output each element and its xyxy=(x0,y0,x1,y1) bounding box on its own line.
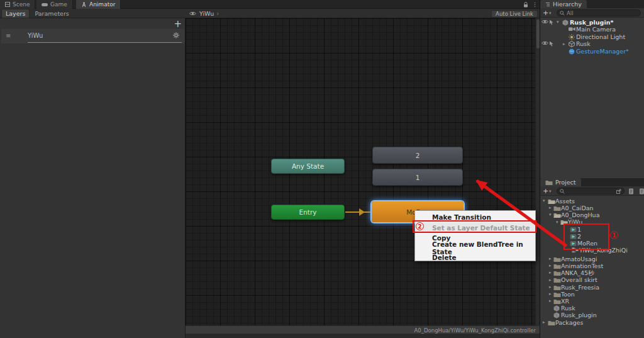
folder-icon xyxy=(553,270,561,276)
light-icon xyxy=(569,34,575,40)
project-item-amatousagi[interactable]: ▸AmatoUsagi xyxy=(540,256,644,262)
add-layer-button[interactable]: + xyxy=(174,20,182,28)
expand-arrow-icon[interactable]: ▸ xyxy=(549,256,552,261)
pick-icon[interactable] xyxy=(548,41,554,47)
project-item-overall-skirt[interactable]: ▸Overall skirt xyxy=(540,277,644,284)
auto-live-link-button[interactable]: Auto Live Link xyxy=(491,10,538,18)
hierarchy-item-gesturemanager-[interactable]: GestureManager* xyxy=(540,48,644,55)
annotation-box-menu-item xyxy=(413,220,536,233)
expand-arrow-icon[interactable]: ▸ xyxy=(543,320,545,325)
folder-open-icon xyxy=(553,212,561,218)
collapse-arrow-icon[interactable]: ▾ xyxy=(543,198,545,203)
expand-arrow-icon[interactable]: ▸ xyxy=(549,291,552,296)
graph-vertical-scrollbar[interactable] xyxy=(535,18,540,325)
hierarchy-item-main-camera[interactable]: Main Camera xyxy=(540,26,644,33)
eye-icon[interactable] xyxy=(189,11,196,16)
expand-arrow-icon[interactable]: ▸ xyxy=(563,42,565,47)
project-item-label: Assets xyxy=(555,198,575,205)
layers-parameters-bar: Layers Parameters xyxy=(0,9,186,18)
annotation-step-2: 2 xyxy=(416,222,424,230)
unity-editor-window: Scene Game Animator ⋮ Layers Parameters … xyxy=(0,0,644,338)
project-item-rusk[interactable]: Rusk xyxy=(540,305,644,312)
project-item-label: A0_DongHua xyxy=(561,211,599,218)
tab-layers[interactable]: Layers xyxy=(1,9,30,18)
visibility-eye-icon[interactable] xyxy=(541,20,548,24)
project-item-label: XR xyxy=(561,298,569,305)
tab-scene[interactable]: Scene xyxy=(0,0,35,9)
project-item-label: Packages xyxy=(555,319,583,326)
state-node-1[interactable]: 1 xyxy=(372,169,463,186)
project-item-label: Toon xyxy=(561,291,575,298)
visibility-eye-icon[interactable] xyxy=(541,41,548,45)
unity-scene-icon xyxy=(562,20,569,26)
tab-scene-label: Scene xyxy=(13,1,30,8)
hierarchy-item-directional-light[interactable]: Directional Light xyxy=(540,33,644,40)
project-item-anka-45-[interactable]: ▸ANKA_45秒 xyxy=(540,269,644,276)
context-menu: Make Transition Set as Layer Default Sta… xyxy=(414,210,536,261)
tab-animator[interactable]: Animator xyxy=(76,0,121,9)
expand-arrow-icon[interactable]: ▸ xyxy=(549,205,552,210)
expand-arrow-icon[interactable]: ▸ xyxy=(549,298,552,303)
folder-icon xyxy=(553,256,561,262)
project-item-toon[interactable]: ▸Toon xyxy=(540,291,644,298)
project-item-label: AnimationTest xyxy=(561,262,603,269)
layer-name: YiWu xyxy=(28,32,43,39)
folder-icon xyxy=(553,205,561,211)
project-item-assets[interactable]: ▾Assets xyxy=(540,198,644,205)
gear-icon[interactable] xyxy=(173,32,179,38)
transition-arrow-icon xyxy=(359,208,365,216)
state-node-2[interactable]: 2 xyxy=(372,147,463,164)
collapse-arrow-icon[interactable]: ▾ xyxy=(557,20,559,25)
lock-icon[interactable] xyxy=(523,2,528,8)
project-item-xr[interactable]: ▸XR xyxy=(540,298,644,305)
menu-item-delete[interactable]: Delete xyxy=(415,253,535,262)
collapse-arrow-icon[interactable]: ▾ xyxy=(556,220,558,225)
pick-icon[interactable] xyxy=(548,20,554,25)
tab-game-label: Game xyxy=(50,1,67,8)
camera-icon xyxy=(569,26,575,31)
state-node-entry[interactable]: Entry xyxy=(271,205,345,220)
folder-icon xyxy=(548,320,555,326)
drag-handle-icon[interactable]: ≡ xyxy=(6,32,10,39)
project-item-packages[interactable]: ▸Packages xyxy=(540,319,644,326)
menu-item-create-new-blendtree[interactable]: Create new BlendTree in State xyxy=(415,243,535,253)
project-item-a0-donghua[interactable]: ▾A0_DongHua xyxy=(540,211,644,218)
layer-item-yiwu[interactable]: ≡ YiWu xyxy=(1,29,184,43)
hierarchy-item-rusk[interactable]: ▸Rusk xyxy=(540,41,644,48)
layer-underline xyxy=(28,42,182,43)
animator-breadcrumb-bar: YiWu › Auto Live Link xyxy=(186,9,540,18)
project-item-label: AmatoUsagi xyxy=(561,256,597,262)
game-view-icon xyxy=(42,3,48,7)
expand-arrow-icon[interactable]: ▸ xyxy=(549,263,552,268)
folder-icon xyxy=(553,284,561,291)
project-panel: Project + ▾ ▾Assets▸A0_CaiDan▾A0_DongHua… xyxy=(540,178,644,338)
cube-icon xyxy=(569,41,575,47)
tab-game[interactable]: Game xyxy=(36,0,73,9)
scene-view-icon xyxy=(5,2,10,7)
state-node-any-state[interactable]: Any State xyxy=(271,159,345,174)
project-item-a0-caidan[interactable]: ▸A0_CaiDan xyxy=(540,205,644,211)
transition-line[interactable] xyxy=(345,211,372,213)
graph-horizontal-scrollbar[interactable] xyxy=(186,334,540,338)
expand-arrow-icon[interactable]: ▸ xyxy=(549,284,552,290)
unity-scene-icon xyxy=(553,305,560,312)
kebab-menu-icon[interactable]: ⋮ xyxy=(532,1,538,8)
collapse-arrow-icon[interactable]: ▾ xyxy=(549,212,552,217)
expand-arrow-icon[interactable]: ▸ xyxy=(549,270,552,275)
annotation-step-1: 1 xyxy=(610,231,618,239)
breadcrumb[interactable]: YiWu xyxy=(199,10,214,17)
folder-icon xyxy=(553,298,561,305)
unity-scene-icon xyxy=(553,312,560,318)
project-item-rusk-plugin[interactable]: Rusk_plugin xyxy=(540,312,644,319)
project-item-rusk-freesia[interactable]: ▸Rusk_Freesia xyxy=(540,284,644,291)
project-item-label: A0_CaiDan xyxy=(561,205,594,211)
tab-parameters[interactable]: Parameters xyxy=(31,9,72,18)
hierarchy-item-label: Rusk xyxy=(576,40,591,47)
project-item-animationtest[interactable]: ▸AnimationTest xyxy=(540,262,644,269)
animator-graph-canvas[interactable] xyxy=(186,18,540,325)
breadcrumb-chevron-icon: › xyxy=(216,10,219,17)
hierarchy-item-label: Rusk_plugin* xyxy=(570,19,613,26)
expand-arrow-icon[interactable]: ▸ xyxy=(549,278,552,283)
window-tab-strip: Scene Game Animator ⋮ xyxy=(0,0,540,9)
hierarchy-item-rusk-plugin-[interactable]: ▾Rusk_plugin* xyxy=(540,19,644,26)
